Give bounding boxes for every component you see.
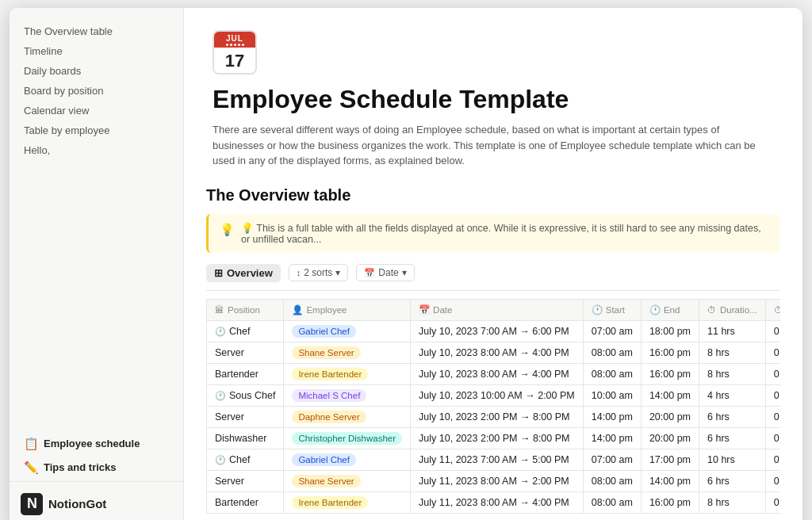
sidebar-item-overview[interactable]: The Overview table	[17, 22, 175, 40]
chevron-down-icon: ▾	[335, 267, 340, 278]
cell-end: 16:00 pm	[641, 342, 699, 363]
cell-employee: Irene Bartender	[284, 491, 411, 513]
start-col-icon: 🕐	[592, 304, 603, 315]
dur2-col-icon: ⏱	[774, 305, 780, 315]
cell-start: 07:00 am	[583, 449, 641, 470]
cell-date: July 10, 2023 2:00 PM → 8:00 PM	[411, 427, 584, 449]
sidebar-item-daily-boards[interactable]: Daily boards	[17, 62, 175, 80]
cell-duration2: 0 days	[765, 427, 780, 449]
employee-chip: Irene Bartender	[292, 368, 368, 380]
employee-chip: Gabriel Chef	[292, 325, 356, 338]
sidebar-item-table-employee[interactable]: Table by employee	[17, 121, 175, 140]
cell-end: 14:00 pm	[641, 470, 699, 491]
notiongot-name: NotionGot	[48, 497, 106, 510]
cell-date: July 10, 2023 8:00 AM → 4:00 PM	[411, 363, 584, 384]
overview-tab[interactable]: ⊞ Overview	[206, 264, 281, 282]
clipboard-icon: 📋	[24, 437, 39, 451]
app-window: The Overview table Timeline Daily boards…	[10, 8, 802, 520]
col-dur2: ⏱ Duratio...	[765, 299, 780, 320]
chevron-down-icon2: ▾	[402, 267, 407, 278]
cell-end: 20:00 pm	[641, 406, 699, 427]
dot2	[230, 44, 232, 46]
sidebar-tips-label: Tips and tricks	[44, 461, 117, 473]
cell-duration1: 8 hrs	[699, 491, 766, 513]
sidebar-item-hello[interactable]: Hello,	[17, 141, 175, 159]
cell-end: 16:00 pm	[641, 491, 699, 513]
cell-position: Server	[207, 470, 284, 491]
page-description: There are several different ways of doin…	[213, 122, 768, 169]
sidebar-tips-tricks[interactable]: ✏️ Tips and tricks	[17, 457, 175, 478]
cell-duration1: 6 hrs	[699, 427, 766, 449]
table-container: 🏛 Position 👤 Employee	[206, 299, 780, 514]
cell-date: July 11, 2023 8:00 AM → 4:00 PM	[411, 491, 584, 513]
cell-date: July 11, 2023 8:00 AM → 2:00 PM	[411, 470, 584, 491]
cell-position: Server	[207, 342, 284, 363]
table-row: ServerShane ServerJuly 11, 2023 8:00 AM …	[207, 470, 781, 491]
cell-duration1: 8 hrs	[699, 363, 766, 384]
employee-chip: Shane Server	[292, 475, 360, 488]
cell-position: Bartender	[207, 363, 284, 384]
sidebar-bottom: N NotionGot	[10, 481, 183, 515]
lightbulb-icon: 💡	[220, 223, 235, 237]
sidebar-sections: 📋 Employee schedule ✏️ Tips and tricks	[10, 434, 183, 481]
notion-n-icon: N	[21, 493, 43, 515]
schedule-table: 🏛 Position 👤 Employee	[206, 299, 780, 514]
cell-duration2: 0 days	[765, 406, 780, 427]
sidebar: The Overview table Timeline Daily boards…	[10, 8, 184, 520]
page-title: Employee Schedule Template	[213, 84, 774, 114]
cell-duration2: 0 days	[765, 491, 780, 513]
date-filter-button[interactable]: 📅 Date ▾	[356, 264, 414, 281]
sidebar-item-board-position[interactable]: Board by position	[17, 82, 175, 100]
end-col-icon: 🕐	[649, 304, 661, 315]
calendar-month: JUL	[214, 32, 255, 44]
employee-col-icon: 👤	[292, 304, 303, 315]
cell-employee: Shane Server	[284, 342, 411, 363]
col-dur1: ⏱ Duratio...	[699, 299, 766, 320]
calendar-icon: JUL 17	[213, 30, 257, 75]
sidebar-item-calendar[interactable]: Calendar view	[17, 101, 175, 120]
table-body: 🕐ChefGabriel ChefJuly 10, 2023 7:00 AM →…	[207, 320, 781, 513]
employee-chip: Gabriel Chef	[292, 453, 356, 466]
table-row: ServerDaphne ServerJuly 10, 2023 2:00 PM…	[207, 406, 781, 427]
cell-start: 14:00 pm	[583, 406, 641, 427]
cell-duration2: 0 days	[765, 384, 780, 406]
table-row: BartenderIrene BartenderJuly 10, 2023 8:…	[207, 363, 781, 384]
table-row: 🕐Sous ChefMichael S ChefJuly 10, 2023 10…	[207, 384, 781, 406]
sort-icon: ↕	[297, 268, 301, 277]
cell-duration2: 0 days	[765, 363, 780, 384]
cell-position: Server	[207, 406, 284, 427]
cell-employee: Michael S Chef	[284, 384, 411, 406]
main-content: JUL 17 Employee Schedule Template There …	[184, 8, 802, 520]
sidebar-item-timeline[interactable]: Timeline	[17, 42, 175, 60]
table-icon: ⊞	[214, 267, 223, 279]
dot4	[238, 44, 240, 46]
cell-employee: Irene Bartender	[284, 363, 411, 384]
cell-position: Bartender	[207, 491, 284, 513]
sort-button[interactable]: ↕ 2 sorts ▾	[289, 264, 349, 281]
table-row: 🕐ChefGabriel ChefJuly 11, 2023 7:00 AM →…	[207, 449, 781, 470]
cell-start: 08:00 am	[583, 363, 641, 384]
tab-label: Overview	[227, 267, 273, 279]
cell-duration2: 0 days	[765, 449, 780, 470]
date-col-icon: 📅	[419, 304, 430, 315]
page-header: JUL 17 Employee Schedule Template There …	[184, 8, 802, 186]
cell-duration1: 4 hrs	[699, 384, 766, 406]
dur1-col-icon: ⏱	[707, 305, 717, 315]
cell-duration2: 0 days	[765, 342, 780, 363]
sidebar-employee-schedule[interactable]: 📋 Employee schedule	[17, 434, 175, 454]
cell-duration1: 11 hrs	[699, 320, 766, 342]
cell-position: 🕐Chef	[207, 449, 284, 470]
table-row: DishwasherChristopher DishwasherJuly 10,…	[207, 427, 781, 449]
table-header-row: 🏛 Position 👤 Employee	[207, 299, 781, 320]
cell-position: Dishwasher	[207, 427, 284, 449]
table-row: BartenderIrene BartenderJuly 11, 2023 8:…	[207, 491, 781, 513]
cell-start: 08:00 am	[583, 470, 641, 491]
info-banner: 💡 💡 This is a full table with all the fi…	[206, 214, 780, 253]
cell-end: 20:00 pm	[641, 427, 699, 449]
cell-duration2: 0 days	[765, 470, 780, 491]
cell-employee: Daphne Server	[284, 406, 411, 427]
cell-position: 🕐Sous Chef	[207, 384, 284, 406]
employee-chip: Daphne Server	[292, 411, 366, 423]
cell-duration1: 10 hrs	[699, 449, 766, 470]
sidebar-nav: The Overview table Timeline Daily boards…	[10, 22, 183, 419]
